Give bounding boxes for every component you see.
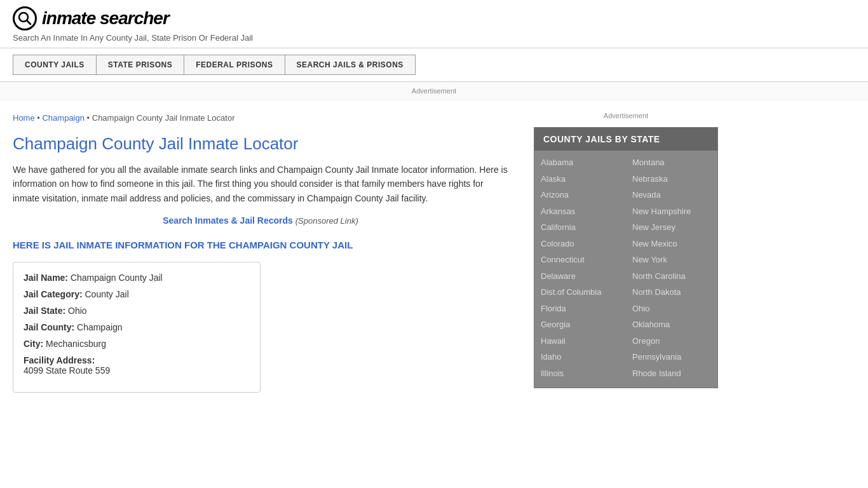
state-link[interactable]: Arkansas — [541, 203, 620, 220]
state-link[interactable]: Montana — [632, 154, 711, 171]
county-jails-by-state-title: COUNTY JAILS BY STATE — [534, 128, 717, 151]
state-link[interactable]: Oklahoma — [632, 316, 711, 333]
state-link[interactable]: Idaho — [541, 349, 620, 365]
state-link[interactable]: Nevada — [632, 187, 711, 203]
breadcrumb-home-link[interactable]: Home — [13, 113, 35, 123]
breadcrumb-current: Champaign County Jail Inmate Locator — [92, 113, 235, 123]
breadcrumb: Home • Champaign • Champaign County Jail… — [13, 113, 508, 123]
header: inmate searcher Search An Inmate In Any … — [0, 0, 868, 48]
jail-state-row: Jail State: Ohio — [24, 306, 250, 316]
jail-address-row: Facility Address: 4099 State Route 559 — [24, 355, 250, 376]
ad-banner: Advertisement — [0, 82, 868, 100]
state-link[interactable]: Arizona — [541, 187, 620, 203]
state-link[interactable]: New York — [632, 252, 711, 268]
jail-name-label: Jail Name: — [24, 273, 68, 283]
state-link[interactable]: Georgia — [541, 316, 620, 333]
state-link[interactable]: Connecticut — [541, 252, 620, 268]
state-link[interactable]: Oregon — [632, 333, 711, 349]
state-link[interactable]: Ohio — [632, 301, 711, 317]
state-link[interactable]: Rhode Island — [632, 365, 711, 382]
state-link[interactable]: Florida — [541, 301, 620, 317]
sponsored-link-area: Search Inmates & Jail Records (Sponsored… — [13, 215, 508, 226]
state-link[interactable]: California — [541, 219, 620, 236]
jail-city-row: City: Mechanicsburg — [24, 339, 250, 349]
jail-county-label: Jail County: — [24, 322, 74, 332]
jail-address-label: Facility Address: — [24, 355, 95, 365]
state-link[interactable]: Dist.of Columbia — [541, 284, 620, 301]
logo-icon — [13, 6, 37, 30]
state-link[interactable]: Delaware — [541, 268, 620, 285]
jail-city-value: Mechanicsburg — [46, 339, 106, 349]
state-link[interactable]: Alaska — [541, 171, 620, 187]
state-link[interactable]: Colorado — [541, 236, 620, 252]
jail-county-value: Champaign — [77, 322, 123, 332]
logo-area: inmate searcher — [13, 6, 855, 30]
page-title: Champaign County Jail Inmate Locator — [13, 134, 508, 154]
jail-name-row: Jail Name: Champaign County Jail — [24, 273, 250, 283]
svg-line-1 — [27, 20, 31, 24]
county-jails-nav-button[interactable]: COUNTY JAILS — [13, 55, 97, 75]
state-link[interactable]: Pennsylvania — [632, 349, 711, 365]
state-link[interactable]: Illinois — [541, 365, 620, 382]
state-link[interactable]: Alabama — [541, 154, 620, 171]
sidebar-ad: Advertisement — [534, 107, 718, 127]
jail-category-row: Jail Category: County Jail — [24, 289, 250, 299]
county-jails-list: AlabamaAlaskaArizonaArkansasCaliforniaCo… — [534, 151, 717, 388]
state-link[interactable]: New Jersey — [632, 219, 711, 236]
jail-info-heading: HERE IS JAIL INMATE INFORMATION FOR THE … — [13, 238, 508, 252]
federal-prisons-nav-button[interactable]: FEDERAL PRISONS — [184, 55, 285, 75]
main-content: Home • Champaign • Champaign County Jail… — [0, 100, 868, 405]
state-col-right: MontanaNebraskaNevadaNew HampshireNew Je… — [626, 151, 717, 388]
jail-name-value: Champaign County Jail — [71, 273, 163, 283]
state-link[interactable]: Nebraska — [632, 171, 711, 187]
state-link[interactable]: New Hampshire — [632, 203, 711, 220]
tagline: Search An Inmate In Any County Jail, Sta… — [13, 33, 855, 43]
jail-state-value: Ohio — [68, 306, 87, 316]
search-jails-nav-button[interactable]: SEARCH JAILS & PRISONS — [285, 55, 416, 75]
jail-category-value: County Jail — [85, 289, 128, 299]
nav-bar: COUNTY JAILS STATE PRISONS FEDERAL PRISO… — [0, 48, 868, 82]
jail-address-value: 4099 State Route 559 — [24, 365, 250, 376]
jail-county-row: Jail County: Champaign — [24, 322, 250, 332]
page-description: We have gathered for you all the availab… — [13, 163, 508, 205]
state-col-left: AlabamaAlaskaArizonaArkansasCaliforniaCo… — [534, 151, 626, 388]
breadcrumb-city-link[interactable]: Champaign — [42, 113, 85, 123]
jail-city-label: City: — [24, 339, 43, 349]
state-link[interactable]: North Dakota — [632, 284, 711, 301]
state-link[interactable]: Hawaii — [541, 333, 620, 349]
county-jails-by-state-box: COUNTY JAILS BY STATE AlabamaAlaskaArizo… — [534, 127, 718, 388]
state-prisons-nav-button[interactable]: STATE PRISONS — [97, 55, 184, 75]
sponsored-label: (Sponsored Link) — [295, 216, 358, 226]
jail-category-label: Jail Category: — [24, 289, 83, 299]
content-area: Home • Champaign • Champaign County Jail… — [13, 100, 521, 405]
sponsored-link[interactable]: Search Inmates & Jail Records — [163, 215, 293, 226]
jail-info-box: Jail Name: Champaign County Jail Jail Ca… — [13, 262, 261, 393]
state-link[interactable]: North Carolina — [632, 268, 711, 285]
logo-text: inmate searcher — [42, 8, 169, 29]
sidebar: Advertisement COUNTY JAILS BY STATE Alab… — [521, 100, 718, 405]
state-link[interactable]: New Mexico — [632, 236, 711, 252]
jail-state-label: Jail State: — [24, 306, 65, 316]
